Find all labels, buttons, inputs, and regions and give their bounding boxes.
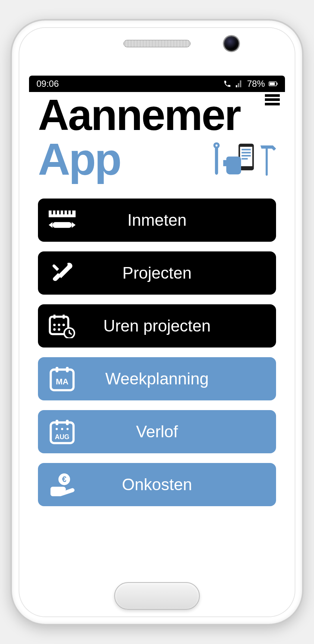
speaker-grill (124, 40, 190, 47)
svg-point-24 (63, 323, 65, 326)
home-button[interactable] (114, 582, 200, 610)
svg-rect-33 (56, 419, 58, 425)
signal-icon (235, 80, 243, 88)
svg-rect-12 (59, 210, 61, 214)
calendar-aug-icon: AUG (38, 419, 86, 445)
calendar-ma-icon: MA (38, 366, 86, 392)
svg-text:MA: MA (56, 377, 68, 386)
tools-icon (38, 261, 86, 285)
svg-point-25 (53, 328, 56, 331)
svg-point-23 (58, 323, 60, 326)
svg-rect-16 (52, 222, 72, 228)
menu-label: Projecten (86, 264, 276, 282)
menu-label: Onkosten (86, 475, 276, 494)
menu-item-verlof[interactable]: AUG Verlof (38, 410, 276, 453)
menu-item-weekplanning[interactable]: MA Weekplanning (38, 357, 276, 400)
menu-item-uren-projecten[interactable]: Uren projecten (38, 304, 276, 348)
battery-text: 78% (247, 79, 265, 89)
wifi-call-icon (223, 80, 231, 88)
svg-rect-14 (67, 210, 68, 214)
svg-rect-13 (63, 210, 65, 214)
menu-item-onkosten[interactable]: € Onkosten (38, 463, 276, 506)
main-menu: Inmeten Projecten (29, 191, 285, 506)
svg-rect-10 (52, 210, 53, 214)
svg-text:AUG: AUG (55, 433, 70, 441)
ruler-pencil-icon (38, 209, 86, 232)
svg-marker-17 (49, 222, 52, 228)
svg-point-36 (61, 428, 63, 430)
svg-rect-7 (241, 155, 251, 156)
menu-label: Verlof (86, 422, 276, 441)
svg-point-37 (67, 428, 69, 430)
status-time: 09:06 (36, 79, 59, 89)
svg-rect-1 (270, 82, 275, 85)
calendar-clock-icon (38, 314, 86, 338)
svg-rect-20 (54, 314, 56, 318)
svg-rect-21 (63, 314, 65, 318)
menu-item-projecten[interactable]: Projecten (38, 251, 276, 295)
svg-text:€: € (62, 475, 67, 483)
svg-rect-34 (66, 419, 68, 425)
menu-label: Weekplanning (86, 369, 276, 388)
hamburger-menu-button[interactable] (265, 94, 280, 105)
svg-rect-2 (277, 83, 278, 85)
svg-rect-15 (71, 210, 72, 214)
svg-rect-8 (241, 158, 247, 159)
front-camera (224, 36, 239, 51)
battery-icon (269, 81, 278, 87)
svg-rect-6 (241, 152, 251, 153)
wrench-icon (211, 142, 222, 176)
hand-phone-icon (223, 142, 259, 176)
svg-point-35 (56, 428, 58, 430)
svg-rect-11 (55, 210, 57, 214)
svg-rect-30 (66, 367, 68, 372)
logo-line2: App (38, 137, 120, 181)
svg-point-26 (58, 328, 60, 331)
svg-marker-18 (72, 222, 76, 228)
logo-line1: Aannemer (38, 93, 276, 137)
status-bar: 09:06 78% (29, 76, 285, 92)
svg-point-22 (53, 323, 56, 326)
hammer-icon (260, 142, 276, 176)
logo-illustration (211, 142, 276, 176)
menu-label: Uren projecten (86, 317, 276, 335)
menu-item-inmeten[interactable]: Inmeten (38, 199, 276, 242)
svg-rect-29 (56, 367, 58, 372)
app-header: Aannemer App (29, 92, 285, 191)
phone-frame: 09:06 78% Aannemer App (12, 20, 302, 624)
svg-rect-5 (241, 149, 251, 150)
menu-label: Inmeten (86, 211, 276, 229)
hand-euro-icon: € (38, 473, 86, 497)
